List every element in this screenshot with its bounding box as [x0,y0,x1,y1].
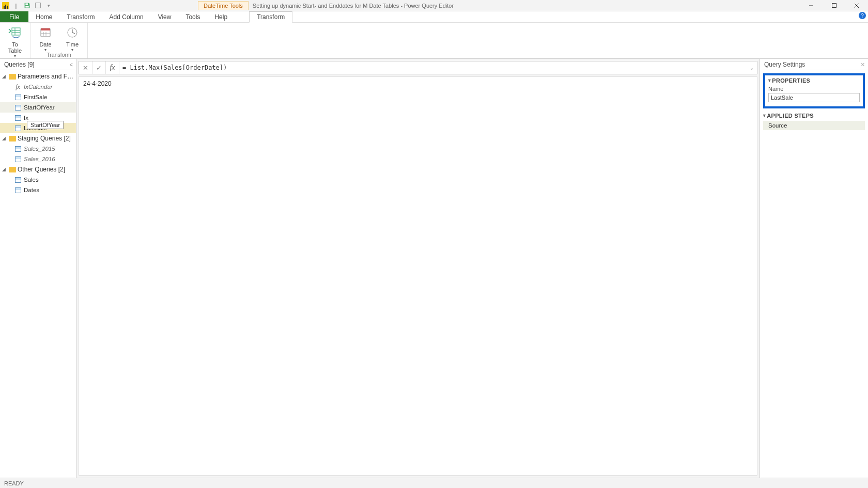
table-icon [14,146,21,152]
title-bar: | ▾ DateTime Tools Setting up dynamic St… [0,0,868,11]
query-label: Sales [24,177,39,183]
table-icon [14,104,21,111]
query-settings-pane: Query Settings × PROPERTIES Name APPLIED… [760,59,868,478]
svg-rect-1 [25,6,29,7]
tab-transform[interactable]: Transform [59,11,102,22]
table-icon [14,156,21,163]
queries-header[interactable]: Queries [9] < [0,59,76,70]
query-label: fxCalendar [24,84,53,90]
svg-rect-2 [35,3,40,8]
properties-highlight: PROPERTIES Name [763,73,865,108]
window-title: Setting up dynamic Start- and Enddates f… [253,3,454,9]
query-group[interactable]: ◢ Parameters and Fu… [0,71,76,82]
tab-add-column[interactable]: Add Column [102,11,151,22]
query-item-firstsale[interactable]: FirstSale [0,92,76,102]
time-label: Time [66,41,79,48]
minimize-button[interactable] [800,0,823,11]
close-settings-icon[interactable]: × [861,60,865,69]
to-table-icon [7,25,23,40]
contextual-tab-label: DateTime Tools [198,1,249,10]
query-group[interactable]: ◢ Staging Queries [2] [0,133,76,144]
tab-tools[interactable]: Tools [178,11,207,22]
ribbon-tabs: File Home Transform Add Column View Tool… [0,11,868,23]
chevron-down-icon[interactable]: ◢ [2,136,7,141]
table-icon [14,187,21,194]
properties-section-title: PROPERTIES [768,77,860,84]
to-table-label: To Table [8,41,22,54]
table-icon [14,177,21,183]
query-label: FirstSale [24,94,47,100]
applied-steps-list: Source [763,121,865,130]
query-label: Sales_2016 [24,156,55,162]
date-label: Date [39,41,51,48]
svg-rect-12 [41,28,50,30]
query-name-input[interactable] [768,93,860,102]
ribbon: To Table ▾ Convert Date ▾ [0,23,868,59]
queries-header-label: Queries [9] [4,61,35,68]
applied-steps-title: APPLIED STEPS [763,113,865,119]
qat-dropdown-icon[interactable]: ▾ [44,1,53,10]
maximize-button[interactable] [823,0,845,11]
result-preview: 24-4-2020 [79,76,757,476]
commit-formula-button[interactable]: ✓ [92,61,106,74]
qat-separator: | [11,1,21,10]
query-item-startofyear[interactable]: StartOfYear [0,102,76,113]
date-button[interactable]: Date ▾ [35,24,56,52]
chevron-down-icon[interactable]: ◢ [2,74,7,79]
help-icon[interactable]: ? [859,12,866,19]
query-label: Dates [24,187,39,193]
query-label: Sales_2015 [24,146,55,152]
fx-icon[interactable]: fx [106,61,119,74]
time-button[interactable]: Time ▾ [61,24,83,52]
svg-rect-0 [25,3,28,5]
formula-input[interactable] [119,64,747,71]
query-label: StartOfYear [24,104,55,111]
query-item-dates[interactable]: Dates [0,185,76,195]
group-transform-label: Transform [47,52,71,59]
tab-ctx-transform[interactable]: Transform [249,11,292,23]
tab-help[interactable]: Help [207,11,235,22]
applied-step[interactable]: Source [763,121,865,130]
query-label-prefix: fx [24,115,28,121]
date-icon [38,25,53,40]
collapse-icon[interactable]: < [70,61,73,68]
query-item-sales2015[interactable]: Sales_2015 [0,144,76,154]
query-item-fxstartofyear[interactable]: fx StartOfYear [0,113,76,123]
queries-pane: Queries [9] < ◢ Parameters and Fu… fx fx… [0,59,76,478]
tab-file[interactable]: File [0,11,28,22]
formula-expand-icon[interactable]: ⌄ [747,65,757,71]
dropdown-icon: ▾ [71,49,73,52]
to-table-button[interactable]: To Table ▾ [4,24,26,58]
query-group[interactable]: ◢ Other Queries [2] [0,164,76,175]
function-icon: fx [14,84,21,90]
table-icon [14,125,21,132]
tab-view[interactable]: View [151,11,179,22]
queries-tree: ◢ Parameters and Fu… fx fxCalendar First… [0,70,76,478]
status-text: READY [4,480,24,486]
tooltip: StartOfYear [27,121,64,129]
qat-button[interactable] [33,1,42,10]
formula-bar: ✕ ✓ fx ⌄ [79,61,757,74]
folder-icon [9,74,16,80]
svg-rect-7 [12,28,20,35]
close-button[interactable] [845,0,868,11]
save-icon[interactable] [22,1,32,10]
group-label: Other Queries [2] [18,166,76,173]
folder-icon [9,167,16,172]
group-label: Staging Queries [2] [18,135,76,142]
table-icon [14,94,21,101]
tab-home[interactable]: Home [28,11,59,22]
folder-icon [9,136,16,141]
cancel-formula-button[interactable]: ✕ [79,61,92,74]
settings-title: Query Settings [764,61,805,68]
app-icon [2,2,9,9]
time-icon [65,25,80,40]
query-item-sales2016[interactable]: Sales_2016 [0,154,76,164]
chevron-down-icon[interactable]: ◢ [2,167,7,172]
preview-area: ✕ ✓ fx ⌄ 24-4-2020 [76,59,760,478]
status-bar: READY [0,478,868,488]
query-item-sales[interactable]: Sales [0,175,76,185]
table-icon [14,115,21,121]
query-item-fxcalendar[interactable]: fx fxCalendar [0,82,76,92]
svg-rect-4 [832,4,836,8]
